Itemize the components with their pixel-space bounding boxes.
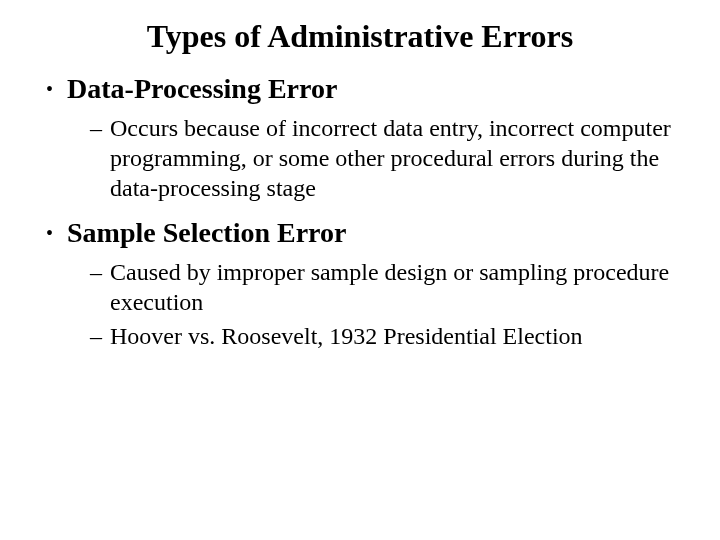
slide-title: Types of Administrative Errors [36, 18, 684, 55]
list-item: • Data-Processing Error – Occurs because… [36, 73, 684, 203]
level1-label: Sample Selection Error [67, 217, 346, 249]
level2-text: Hoover vs. Roosevelt, 1932 Presidential … [110, 321, 583, 351]
level2-text: Caused by improper sample design or samp… [110, 257, 684, 317]
list-item: • Sample Selection Error – Caused by imp… [36, 217, 684, 351]
dash-icon: – [90, 321, 102, 351]
bullet-icon: • [46, 217, 53, 249]
level2-text: Occurs because of incorrect data entry, … [110, 113, 684, 203]
dash-icon: – [90, 257, 102, 287]
list-item: – Hoover vs. Roosevelt, 1932 Presidentia… [90, 321, 684, 351]
sub-list: – Caused by improper sample design or sa… [36, 257, 684, 351]
bullet-icon: • [46, 73, 53, 105]
dash-icon: – [90, 113, 102, 143]
level1-row: • Data-Processing Error [36, 73, 684, 105]
level1-label: Data-Processing Error [67, 73, 337, 105]
list-item: – Occurs because of incorrect data entry… [90, 113, 684, 203]
bullet-list: • Data-Processing Error – Occurs because… [36, 73, 684, 351]
list-item: – Caused by improper sample design or sa… [90, 257, 684, 317]
sub-list: – Occurs because of incorrect data entry… [36, 113, 684, 203]
level1-row: • Sample Selection Error [36, 217, 684, 249]
